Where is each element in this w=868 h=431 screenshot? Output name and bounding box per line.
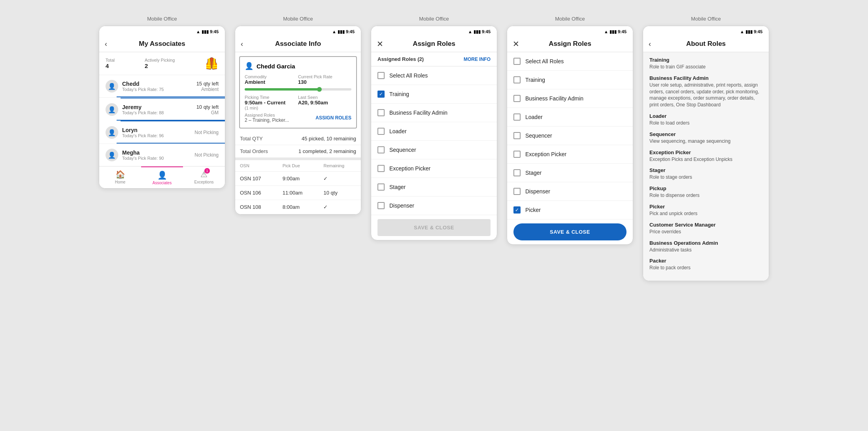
role-loader[interactable]: Loader <box>371 122 497 141</box>
role-exception-picker-4[interactable]: Exception Picker <box>507 145 633 164</box>
total-label: Total <box>106 58 115 62</box>
status-bar-3: ▲ ▮▮▮ 9:45 <box>371 26 497 36</box>
status-bar-5: ▲ ▮▮▮ 9:45 <box>643 26 769 36</box>
col-osn: OSN <box>235 160 278 172</box>
checkbox-exception-picker-4[interactable] <box>513 151 521 158</box>
role-stager-4[interactable]: Stager <box>507 164 633 182</box>
checkbox-select-all[interactable] <box>377 72 385 79</box>
associate-info-loryn: Loryn Today's Pick Rate: 96 <box>122 127 191 138</box>
home-icon: 🏠 <box>115 170 125 179</box>
nav-home[interactable]: 🏠 Home <box>99 166 141 188</box>
role-exception-picker[interactable]: Exception Picker <box>371 159 497 178</box>
status-icons-1: ▲ ▮▮▮ 9:45 <box>196 29 219 34</box>
role-title-packer: Packer <box>649 258 762 264</box>
role-training-4[interactable]: Training <box>507 71 633 89</box>
checkbox-sequencer[interactable] <box>377 146 385 153</box>
role-training[interactable]: Training <box>371 85 497 104</box>
screen4-phone: ▲ ▮▮▮ 9:45 ✕ Assign Roles Select All Rol… <box>507 26 633 245</box>
checkbox-stager[interactable] <box>377 183 385 191</box>
col-remaining: Remaining <box>319 160 361 172</box>
osn-106: OSN 106 <box>235 186 278 200</box>
header-5: ‹ About Roles <box>643 36 769 52</box>
order-row-108[interactable]: OSN 108 8:00am ✓ <box>235 200 361 214</box>
role-desc-training: Role to train GIF associate <box>649 64 762 70</box>
close-button-4[interactable]: ✕ <box>513 39 519 49</box>
checkbox-dispenser-4[interactable] <box>513 188 521 195</box>
checkbox-exception-picker[interactable] <box>377 165 385 172</box>
screen3-label: Mobile Office <box>419 16 449 22</box>
role-bfa-4[interactable]: Business Facility Admin <box>507 89 633 108</box>
checkbox-stager-4[interactable] <box>513 169 521 176</box>
nav-exceptions[interactable]: ⚠ 1 Exceptions <box>183 166 225 188</box>
back-button-1[interactable]: ‹ <box>105 40 107 48</box>
role-label-dispenser: Dispenser <box>389 202 414 209</box>
role-desc-sequencer: View sequencing, manage sequencing <box>649 138 762 145</box>
commodity-jeremy: GM <box>196 110 219 115</box>
role-label-exception-picker: Exception Picker <box>389 165 430 172</box>
checkbox-loader[interactable] <box>377 128 385 135</box>
associate-sub-chedd: Today's Pick Rate: 75 <box>122 87 192 92</box>
associate-name-loryn: Loryn <box>122 127 191 133</box>
checkbox-loader-4[interactable] <box>513 113 521 121</box>
role-label-select-all: Select All Roles <box>389 72 428 79</box>
checkbox-bfa[interactable] <box>377 109 385 116</box>
checkbox-dispenser[interactable] <box>377 202 385 209</box>
save-close-button-3[interactable]: SAVE & CLOSE <box>377 219 491 236</box>
checkbox-training-4[interactable] <box>513 76 521 83</box>
screen1-phone: ▲ ▮▮▮ 9:45 ‹ My Associates Total 4 Activ… <box>99 26 225 189</box>
role-sequencer[interactable]: Sequencer <box>371 141 497 159</box>
screen4-label: Mobile Office <box>555 16 585 22</box>
assigned-roles-group: Assigned Roles 2 – Training, Picker... <box>245 113 289 123</box>
role-title-training: Training <box>649 57 762 63</box>
role-label-bfa: Business Facility Admin <box>389 110 447 116</box>
role-label-stager: Stager <box>389 184 406 190</box>
back-button-2[interactable]: ‹ <box>241 40 243 48</box>
associate-item-chedd[interactable]: 👤 Chedd Today's Pick Rate: 75 15 qty lef… <box>99 75 225 98</box>
status-megha: Not Picking <box>194 152 219 158</box>
role-select-all[interactable]: Select All Roles <box>371 66 497 85</box>
role-stager[interactable]: Stager <box>371 178 497 197</box>
checkbox-sequencer-4[interactable] <box>513 132 521 139</box>
role-select-all-4[interactable]: Select All Roles <box>507 52 633 71</box>
role-dispenser-4[interactable]: Dispenser <box>507 182 633 201</box>
associate-item-jeremy[interactable]: 👤 Jeremy Today's Pick Rate: 88 10 qty le… <box>99 98 225 121</box>
associate-name-chedd: Chedd <box>122 81 192 87</box>
associate-full-name: Chedd Garcia <box>257 63 295 70</box>
nav-associates-label: Associates <box>153 181 172 185</box>
back-button-5[interactable]: ‹ <box>649 40 651 48</box>
order-row-106[interactable]: OSN 106 11:00am 10 qty <box>235 186 361 200</box>
associate-sub-jeremy: Today's Pick Rate: 88 <box>122 110 192 115</box>
header-1: ‹ My Associates <box>99 36 225 52</box>
role-section-boa: Business Operations Admin Administrative… <box>649 240 762 253</box>
close-button-3[interactable]: ✕ <box>377 39 383 49</box>
role-title-exception-picker: Exception Picker <box>649 149 762 155</box>
due-106: 11:00am <box>278 186 319 200</box>
save-close-button-4[interactable]: SAVE & CLOSE <box>513 223 626 240</box>
info-card-header: 👤 Chedd Garcia <box>245 62 351 70</box>
associate-sub-megha: Today's Pick Rate: 90 <box>122 156 191 161</box>
checkbox-bfa-4[interactable] <box>513 95 521 102</box>
associate-item-loryn[interactable]: 👤 Loryn Today's Pick Rate: 96 Not Pickin… <box>99 121 225 144</box>
pick-bar-bg <box>245 88 351 91</box>
assign-roles-link[interactable]: ASSIGN ROLES <box>315 115 351 121</box>
role-section-exception-picker: Exception Picker Exception Picks and Exc… <box>649 149 762 163</box>
role-title-pickup: Pickup <box>649 185 762 191</box>
checkbox-training[interactable] <box>377 91 385 98</box>
picking-time-col: Picking Time 9:50am - Current (1 min) <box>245 95 298 110</box>
nav-associates[interactable]: 👤 Associates <box>141 166 183 188</box>
screen5-label: Mobile Office <box>691 16 721 22</box>
role-sequencer-4[interactable]: Sequencer <box>507 127 633 145</box>
role-picker-4[interactable]: Picker <box>507 201 633 219</box>
role-bfa[interactable]: Business Facility Admin <box>371 104 497 122</box>
order-row-107[interactable]: OSN 107 9:00am ✓ <box>235 172 361 186</box>
roles-row-card: Assigned Roles 2 – Training, Picker... A… <box>245 113 351 123</box>
role-section-loader: Loader Role to load orders <box>649 113 762 127</box>
associate-item-megha[interactable]: 👤 Megha Today's Pick Rate: 90 Not Pickin… <box>99 144 225 166</box>
checkbox-picker-4[interactable] <box>513 206 521 214</box>
more-info-link[interactable]: MORE INFO <box>464 57 491 62</box>
checkbox-select-all-4[interactable] <box>513 58 521 65</box>
associate-right-megha: Not Picking <box>194 152 219 158</box>
role-dispenser[interactable]: Dispenser <box>371 197 497 215</box>
role-loader-4[interactable]: Loader <box>507 108 633 127</box>
screen3-group: Mobile Office ▲ ▮▮▮ 9:45 ✕ Assign Roles … <box>371 16 497 240</box>
